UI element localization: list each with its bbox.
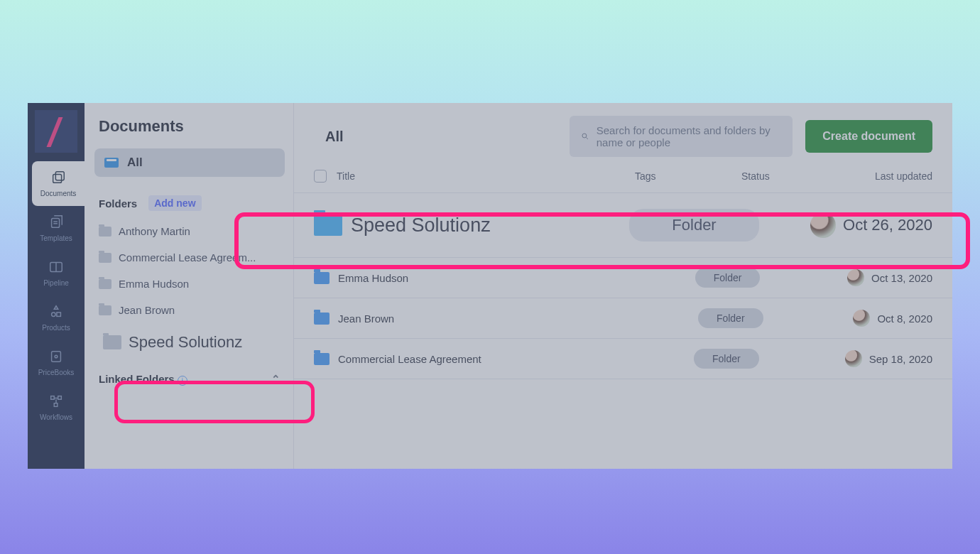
folders-label: Folders <box>99 197 137 210</box>
row-name: Commercial Lease Agreement <box>338 353 608 365</box>
row-name: Speed Solutionz <box>351 214 578 237</box>
sidebar-folder-item[interactable]: Jean Brown <box>94 297 285 323</box>
select-all-checkbox[interactable] <box>314 170 327 183</box>
documents-icon <box>50 170 66 185</box>
table-row[interactable]: Commercial Lease Agreement Folder Sep 18… <box>294 339 952 379</box>
tab-all[interactable]: All <box>314 129 344 145</box>
app-window: Documents Templates Pipeline Products Pr… <box>28 103 952 469</box>
sidebar-folder-item[interactable]: Emma Hudson <box>94 271 285 297</box>
sidebar-folder-item[interactable]: Anthony Martin <box>94 218 285 244</box>
workflows-icon <box>48 393 64 409</box>
avatar <box>853 310 870 327</box>
col-title[interactable]: Title <box>337 170 635 182</box>
search-placeholder: Search for documents and folders by name… <box>597 124 782 148</box>
table-row-highlighted[interactable]: Speed Solutionz Folder Oct 26, 2020 <box>294 193 952 258</box>
avatar <box>847 269 864 286</box>
col-tags[interactable]: Tags <box>635 170 741 182</box>
nav-label: PriceBooks <box>38 369 75 376</box>
svg-rect-10 <box>54 403 58 407</box>
chevron-up-icon: ⌃ <box>271 373 281 386</box>
folder-icon <box>314 353 330 365</box>
row-date: Oct 26, 2020 <box>843 216 932 234</box>
app-logo[interactable] <box>35 110 77 153</box>
folder-icon <box>314 214 342 236</box>
info-icon[interactable]: i <box>178 376 187 386</box>
add-new-button[interactable]: Add new <box>148 195 201 211</box>
row-date: Oct 8, 2020 <box>877 313 932 325</box>
tag-pill: Folder <box>629 209 758 241</box>
create-document-button[interactable]: Create document <box>805 120 932 153</box>
svg-point-7 <box>55 355 58 358</box>
svg-rect-2 <box>52 219 60 228</box>
folder-name: Commercial Lease Agreem... <box>119 251 256 264</box>
nav-documents[interactable]: Documents <box>32 161 85 206</box>
folder-icon <box>314 272 330 284</box>
tray-icon <box>104 158 119 168</box>
page-title: Documents <box>94 117 285 136</box>
table-row[interactable]: Emma Hudson Folder Oct 13, 2020 <box>294 258 952 298</box>
folder-icon <box>99 227 111 237</box>
folder-icon <box>99 279 111 289</box>
avatar <box>810 212 836 238</box>
nav-label: Products <box>42 324 70 332</box>
nav-label: Templates <box>40 234 72 242</box>
main-pane: All Search for documents and folders by … <box>294 103 952 469</box>
col-status[interactable]: Status <box>741 170 869 182</box>
logo-slash-icon <box>45 117 67 146</box>
svg-point-4 <box>52 313 56 317</box>
sidebar-folder-item[interactable]: Commercial Lease Agreem... <box>94 244 285 271</box>
nav-products[interactable]: Products <box>28 295 85 340</box>
avatar <box>845 350 862 367</box>
sidebar: Documents All Folders Add new Anthony Ma… <box>85 103 294 469</box>
col-updated[interactable]: Last updated <box>869 170 932 182</box>
nav-pricebooks[interactable]: PriceBooks <box>28 340 85 385</box>
svg-rect-9 <box>58 396 62 400</box>
row-date: Sep 18, 2020 <box>869 353 932 365</box>
row-name: Emma Hudson <box>338 272 608 284</box>
svg-rect-1 <box>55 172 64 180</box>
folder-icon <box>99 305 111 315</box>
pricebooks-icon <box>48 349 64 364</box>
row-date: Oct 13, 2020 <box>871 272 932 284</box>
tag-pill: Folder <box>695 268 761 288</box>
search-icon <box>581 131 589 142</box>
linked-folders-label: Linked Folders <box>99 373 175 385</box>
folder-icon <box>314 313 330 325</box>
nav-label: Workflows <box>40 413 72 421</box>
products-icon <box>48 304 64 320</box>
svg-rect-0 <box>53 174 62 183</box>
sidebar-all[interactable]: All <box>94 148 285 177</box>
all-label: All <box>127 156 143 170</box>
table-row[interactable]: Jean Brown Folder Oct 8, 2020 <box>294 298 952 339</box>
folder-name: Anthony Martin <box>119 225 190 237</box>
linked-folders-header[interactable]: Linked Foldersi ⌃ <box>94 362 285 386</box>
templates-icon <box>48 214 64 230</box>
folder-icon <box>103 335 121 349</box>
nav-workflows[interactable]: Workflows <box>28 385 85 430</box>
folder-name: Jean Brown <box>119 304 175 316</box>
folder-name: Emma Hudson <box>119 278 189 290</box>
nav-templates[interactable]: Templates <box>28 206 85 251</box>
nav-label: Documents <box>40 190 77 197</box>
search-input[interactable]: Search for documents and folders by name… <box>570 116 793 157</box>
row-name: Jean Brown <box>338 313 608 325</box>
table-header: Title Tags Status Last updated <box>294 170 952 193</box>
pipeline-icon <box>48 259 64 275</box>
topbar: All Search for documents and folders by … <box>294 103 952 170</box>
folders-header: Folders Add new <box>94 195 285 211</box>
svg-point-11 <box>582 134 587 138</box>
folder-name: Speed Solutionz <box>129 333 242 352</box>
nav-pipeline[interactable]: Pipeline <box>28 251 85 295</box>
svg-rect-5 <box>57 313 61 317</box>
nav-label: Pipeline <box>43 279 69 287</box>
folder-icon <box>99 253 111 263</box>
sidebar-folder-item-highlighted[interactable]: Speed Solutionz <box>94 323 285 362</box>
tag-pill: Folder <box>698 308 763 328</box>
nav-rail: Documents Templates Pipeline Products Pr… <box>28 103 85 469</box>
svg-rect-6 <box>52 352 61 362</box>
tag-pill: Folder <box>694 349 759 369</box>
svg-rect-8 <box>51 396 55 400</box>
